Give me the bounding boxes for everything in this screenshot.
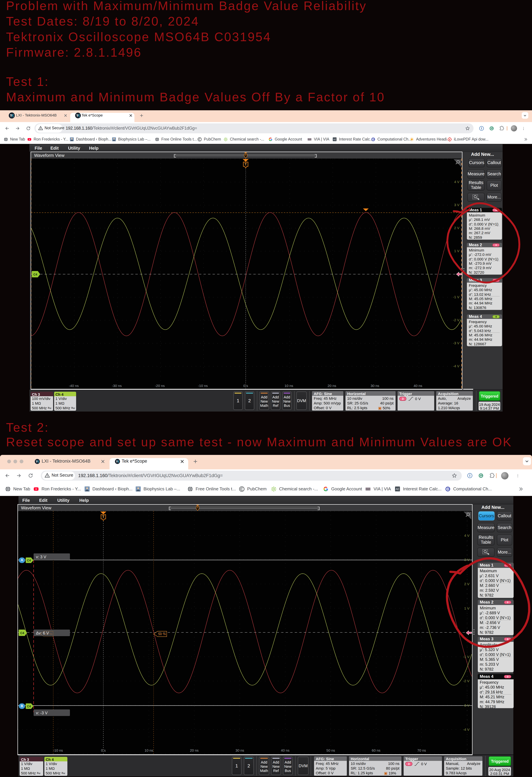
svg-text:50 %: 50 % [44, 632, 52, 636]
svg-text:C4: C4 [33, 273, 37, 276]
svg-text:AE: AE [333, 138, 336, 141]
svg-text:C4: C4 [27, 705, 31, 708]
svg-text:C4: C4 [27, 559, 31, 562]
svg-text:C4: C4 [20, 632, 24, 635]
svg-text:T: T [245, 154, 246, 156]
svg-text:T: T [197, 507, 198, 509]
svg-text:AE: AE [396, 487, 399, 490]
svg-text:T: T [245, 162, 247, 166]
svg-text:50 %: 50 % [158, 632, 166, 636]
svg-text:T: T [102, 515, 105, 519]
